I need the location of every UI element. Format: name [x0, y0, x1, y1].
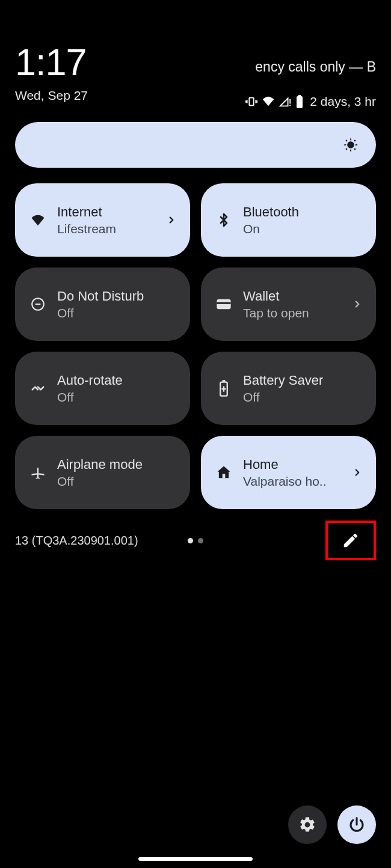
svg-point-4 [348, 142, 353, 147]
page-dot [188, 538, 193, 543]
tile-title: Battery Saver [243, 373, 364, 388]
svg-point-1 [289, 105, 291, 106]
svg-rect-7 [217, 302, 230, 305]
pencil-icon [342, 531, 360, 549]
tile-title: Auto-rotate [57, 373, 178, 388]
svg-rect-0 [250, 98, 254, 106]
rotate-icon [29, 380, 46, 397]
bluetooth-icon [215, 212, 232, 228]
page-dot [198, 538, 203, 543]
status-icons: 2 days, 3 hr [245, 94, 376, 109]
wallet-icon [215, 296, 232, 313]
brightness-icon [342, 136, 359, 153]
power-button[interactable] [337, 805, 376, 844]
carrier-text: ency calls only — B [255, 59, 376, 75]
wifi-icon [29, 212, 46, 228]
svg-rect-10 [223, 474, 226, 478]
home-icon [215, 464, 232, 481]
settings-button[interactable] [288, 805, 327, 844]
page-indicator[interactable] [188, 538, 203, 543]
tile-subtitle: Lifestream [57, 222, 154, 236]
svg-rect-9 [223, 380, 226, 382]
qs-footer: 13 (TQ3A.230901.001) [0, 522, 391, 558]
tile-home[interactable]: Home Valparaiso ho.. [201, 436, 376, 509]
battery-saver-icon [215, 380, 232, 397]
tile-internet[interactable]: Internet Lifestream [15, 183, 190, 257]
tile-title: Wallet [243, 289, 340, 304]
wifi-status-icon [262, 95, 275, 108]
tile-subtitle: Valparaiso ho.. [243, 474, 340, 489]
tile-battery-saver[interactable]: Battery Saver Off [201, 352, 376, 425]
brightness-slider[interactable] [15, 122, 376, 168]
battery-status-icon [295, 95, 304, 108]
chevron-right-icon [165, 213, 178, 227]
tile-wallet[interactable]: Wallet Tap to open [201, 267, 376, 341]
tile-title: Airplane mode [57, 457, 178, 472]
status-header: 1:17 Wed, Sep 27 [0, 0, 391, 103]
tile-subtitle: Off [57, 390, 178, 405]
tile-subtitle: Off [57, 306, 178, 320]
quick-settings-tiles: Internet Lifestream Bluetooth On Do Not … [15, 183, 376, 509]
tile-do-not-disturb[interactable]: Do Not Disturb Off [15, 267, 190, 341]
gear-icon [298, 816, 316, 834]
battery-text: 2 days, 3 hr [310, 94, 376, 109]
tile-subtitle: On [243, 222, 364, 236]
vibrate-icon [245, 95, 258, 108]
cellular-alert-icon [279, 95, 292, 108]
tile-title: Home [243, 457, 340, 472]
airplane-icon [29, 464, 46, 481]
bottom-controls [288, 805, 376, 844]
tile-auto-rotate[interactable]: Auto-rotate Off [15, 352, 190, 425]
tile-bluetooth[interactable]: Bluetooth On [201, 183, 376, 257]
tile-subtitle: Off [243, 390, 364, 405]
build-number: 13 (TQ3A.230901.001) [15, 534, 138, 548]
dnd-icon [29, 296, 46, 313]
chevron-right-icon [351, 466, 364, 479]
tile-title: Bluetooth [243, 204, 364, 220]
tile-title: Internet [57, 204, 154, 220]
tile-subtitle: Off [57, 474, 178, 489]
gesture-nav-bar[interactable] [138, 857, 253, 861]
tile-subtitle: Tap to open [243, 306, 340, 320]
edit-tiles-button[interactable] [325, 521, 376, 560]
svg-rect-3 [298, 95, 301, 97]
tile-title: Do Not Disturb [57, 289, 178, 304]
svg-rect-2 [297, 96, 303, 108]
tile-airplane-mode[interactable]: Airplane mode Off [15, 436, 190, 509]
power-icon [348, 816, 366, 834]
chevron-right-icon [351, 298, 364, 311]
